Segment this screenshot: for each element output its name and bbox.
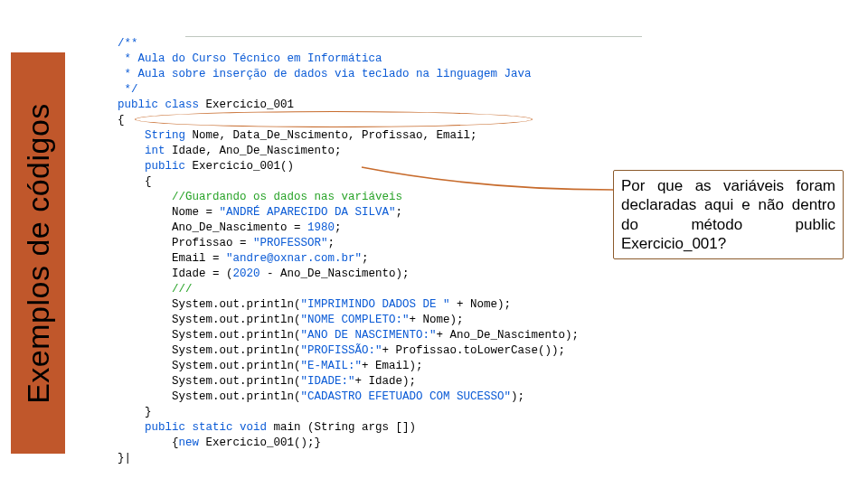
code-line: int Idade, Ano_De_Nascimento; (118, 144, 841, 159)
code-line: * Aula do Curso Técnico em Informática (118, 52, 841, 67)
code-line: } (118, 405, 841, 420)
sidebar-title: Exemplos de códigos (21, 103, 56, 404)
code-line: {new Exercicio_001();} (118, 436, 841, 451)
code-line: Idade = (2020 - Ano_De_Nascimento); (118, 267, 841, 282)
sidebar: Exemplos de códigos (11, 52, 65, 454)
code-line: */ (118, 82, 841, 98)
code-line: System.out.println("ANO DE NASCIMENTO:"+… (118, 328, 841, 343)
code-line: System.out.println("CADASTRO EFETUADO CO… (118, 389, 841, 405)
code-line: System.out.println("E-MAIL:"+ Email); (118, 359, 841, 374)
code-line: System.out.println("IMPRIMINDO DADOS DE … (118, 297, 841, 313)
highlight-oval (135, 111, 533, 127)
code-line: /// (118, 282, 841, 297)
code-line: System.out.println("IDADE:"+ Idade); (118, 374, 841, 389)
code-line: System.out.println("PROFISSÃO:"+ Profiss… (118, 343, 841, 359)
code-line: * Aula sobre inserção de dados via tecla… (118, 67, 841, 82)
code-line: public class Exercicio_001 (118, 98, 841, 113)
code-line: }| (118, 451, 841, 466)
code-line: System.out.println("NOME COMPLETO:"+ Nom… (118, 313, 841, 328)
code-line: /** (118, 36, 841, 52)
code-line: public static void main (String args []) (118, 420, 841, 436)
callout-box: Por que as variáveis foram declaradas aq… (613, 170, 844, 259)
code-line: String Nome, Data_De_Nscimento, Profissa… (118, 128, 841, 144)
callout-text: Por que as variáveis foram declaradas aq… (621, 177, 835, 252)
